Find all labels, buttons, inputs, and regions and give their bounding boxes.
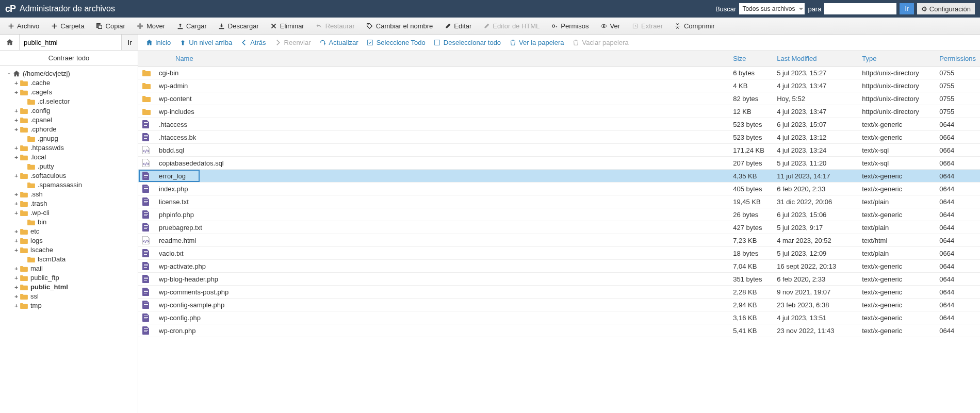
path-go-button[interactable]: Ir [121,35,138,50]
tree-toggle[interactable]: + [13,118,19,123]
col-size[interactable]: Size [729,51,773,67]
col-modified[interactable]: Last Modified [773,51,858,67]
tree-node[interactable]: .spamassassin [2,180,136,190]
tree-toggle[interactable]: + [13,247,19,253]
tree-toggle[interactable]: + [13,192,19,197]
tree-node[interactable]: lscmData [2,255,136,264]
tree-node[interactable]: +.wp-cli [2,208,136,218]
tree-toggle[interactable]: + [13,285,19,290]
tree-node[interactable]: +.cagefs [2,88,136,97]
tree-toggle[interactable]: + [13,275,19,281]
file-row[interactable]: bbdd.sql171,24 KB4 jul 2023, 13:24text/x… [138,144,980,157]
file-row[interactable]: copiabasededatos.sql207 bytes5 jul 2023,… [138,157,980,170]
nav-up-button[interactable]: Un nivel arriba [179,39,232,46]
tree-node[interactable]: +.config [2,106,136,115]
tree-toggle[interactable]: + [13,80,19,86]
toolbar-folder-button[interactable]: Carpeta [45,18,89,34]
col-permissions[interactable]: Permissions [935,51,980,67]
nav-back-button[interactable]: Atrás [240,39,266,46]
tree-node[interactable]: .gnupg [2,134,136,143]
toolbar-download-button[interactable]: Descargar [213,18,264,34]
file-row[interactable]: wp-includes12 KB4 jul 2023, 13:47httpd/u… [138,105,980,118]
file-row[interactable]: .htaccess523 bytes6 jul 2023, 15:07text/… [138,118,980,131]
tree-node[interactable]: +.cache [2,78,136,88]
tree-toggle[interactable]: + [13,90,19,95]
file-row[interactable]: license.txt19,45 KB31 dic 2022, 20:06tex… [138,195,980,208]
toolbar-compress-button[interactable]: Comprimir [669,18,720,34]
tree-node[interactable]: .putty [2,162,136,171]
file-row[interactable]: error_log4,35 KB11 jul 2023, 14:17text/x… [138,170,980,183]
toolbar-edit-button[interactable]: Editar [439,18,477,34]
tree-toggle[interactable]: + [13,155,19,160]
col-name[interactable]: Name [155,51,729,67]
tree-toggle[interactable]: + [13,127,19,133]
file-row[interactable]: pruebagrep.txt427 bytes5 jul 2023, 9:17t… [138,221,980,234]
tree-node[interactable]: +mail [2,264,136,273]
tree-node[interactable]: +logs [2,236,136,245]
tree-toggle[interactable]: + [13,145,19,151]
tree-node[interactable]: +ssl [2,292,136,301]
tree-node[interactable]: +public_html [2,283,136,292]
file-row[interactable]: wp-content82 bytesHoy, 5:52httpd/unix-di… [138,92,980,105]
tree-toggle[interactable]: + [13,201,19,207]
search-go-button[interactable]: Ir [900,3,913,14]
tree-node[interactable]: +lscache [2,245,136,255]
tree-node[interactable]: +etc [2,227,136,236]
toolbar-move-button[interactable]: Mover [132,18,170,34]
file-row[interactable]: vacio.txt18 bytes5 jul 2023, 12:09text/p… [138,247,980,260]
tree-node[interactable]: +.softaculous [2,171,136,180]
tree-node[interactable]: +public_ftp [2,273,136,283]
nav-deselect-button[interactable]: Deseleccionar todo [434,39,501,46]
toolbar-upload-button[interactable]: Cargar [171,18,212,34]
search-scope-select[interactable]: Todos sus archivos [739,3,805,14]
tree-node[interactable]: +.cpanel [2,115,136,125]
tree-toggle[interactable]: - [6,71,12,77]
toolbar-file-button[interactable]: Archivo [2,18,44,34]
tree-node[interactable]: +.htpasswds [2,143,136,153]
file-row[interactable]: phpinfo.php26 bytes6 jul 2023, 15:06text… [138,208,980,221]
tree-toggle[interactable]: + [13,266,19,272]
file-row[interactable]: wp-config.php3,16 KB4 jul 2023, 13:51tex… [138,311,980,324]
tree-toggle[interactable]: + [13,108,19,114]
toolbar-rename-button[interactable]: Cambiar el nombre [361,18,438,34]
tree-node[interactable]: +.cphorde [2,125,136,134]
folder-icon [27,136,35,142]
tree-toggle[interactable]: + [13,238,19,244]
toolbar-copy-button[interactable]: Copiar [91,18,130,34]
file-row[interactable]: wp-comments-post.php2,28 KB9 nov 2021, 1… [138,286,980,299]
nav-home-button[interactable]: Inicio [145,39,171,46]
tree-node[interactable]: bin [2,218,136,227]
tree-node[interactable]: +tmp [2,301,136,310]
toolbar-delete-button[interactable]: Eliminar [265,18,309,34]
file-row[interactable]: wp-cron.php5,41 KB23 nov 2022, 11:43text… [138,324,980,337]
file-row[interactable]: cgi-bin6 bytes5 jul 2023, 15:27httpd/uni… [138,67,980,79]
nav-reload-button[interactable]: Actualizar [319,39,358,46]
file-row[interactable]: wp-config-sample.php2,94 KB23 feb 2023, … [138,299,980,311]
path-input[interactable] [20,35,121,50]
nav-trash-button[interactable]: Ver la papelera [509,39,564,46]
tree-node[interactable]: +.trash [2,199,136,208]
file-row[interactable]: wp-activate.php7,04 KB16 sept 2022, 20:1… [138,260,980,273]
tree-node[interactable]: +.ssh [2,190,136,199]
settings-button[interactable]: ⚙ Configuración [917,3,975,14]
tree-toggle[interactable]: + [13,294,19,300]
file-row[interactable]: wp-blog-header.php351 bytes6 feb 2020, 2… [138,273,980,286]
col-type[interactable]: Type [858,51,935,67]
file-row[interactable]: wp-admin4 KB4 jul 2023, 13:47httpd/unix-… [138,79,980,92]
collapse-all-button[interactable]: Contraer todo [0,51,138,66]
tree-toggle[interactable]: + [13,303,19,309]
file-row[interactable]: index.php405 bytes6 feb 2020, 2:33text/x… [138,183,980,195]
toolbar-view-button[interactable]: Ver [595,18,626,34]
search-input[interactable] [824,3,896,14]
tree-node[interactable]: -(/home/dcvjetzj) [2,69,136,78]
path-home-button[interactable] [0,35,20,50]
toolbar-perms-button[interactable]: Permisos [546,18,594,34]
tree-toggle[interactable]: + [13,229,19,235]
tree-toggle[interactable]: + [13,210,19,216]
nav-selectall-button[interactable]: Seleccione Todo [367,39,426,46]
tree-node[interactable]: .cl.selector [2,97,136,106]
tree-node[interactable]: +.local [2,153,136,162]
tree-toggle[interactable]: + [13,173,19,179]
file-row[interactable]: readme.html7,23 KB4 mar 2023, 20:52text/… [138,234,980,247]
file-row[interactable]: .htaccess.bk523 bytes4 jul 2023, 13:12te… [138,131,980,144]
